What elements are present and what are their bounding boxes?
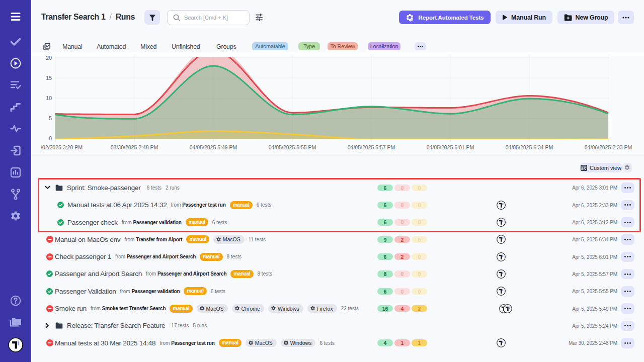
svg-text:04/05/2025 5:57 PM: 04/05/2025 5:57 PM bbox=[348, 144, 395, 150]
svg-text:15: 15 bbox=[46, 75, 52, 81]
svg-text:0: 0 bbox=[49, 135, 52, 141]
svg-text:20: 20 bbox=[46, 55, 52, 61]
svg-text:04/05/2025 5:49 PM: 04/05/2025 5:49 PM bbox=[190, 144, 237, 150]
svg-text:04/05/2025 6:34 PM: 04/05/2025 6:34 PM bbox=[506, 144, 553, 150]
svg-text:5: 5 bbox=[49, 115, 52, 121]
svg-text:03/30/2025 2:48 PM: 03/30/2025 2:48 PM bbox=[111, 144, 158, 150]
svg-text:/02/2025 3:20 PM: /02/2025 3:20 PM bbox=[41, 144, 83, 150]
svg-text:04/06/2025 2:33 PM: 04/06/2025 2:33 PM bbox=[585, 144, 632, 150]
svg-text:04/05/2025 6:01 PM: 04/05/2025 6:01 PM bbox=[427, 144, 474, 150]
svg-text:04/05/2025 5:55 PM: 04/05/2025 5:55 PM bbox=[269, 144, 316, 150]
svg-text:10: 10 bbox=[46, 95, 52, 101]
